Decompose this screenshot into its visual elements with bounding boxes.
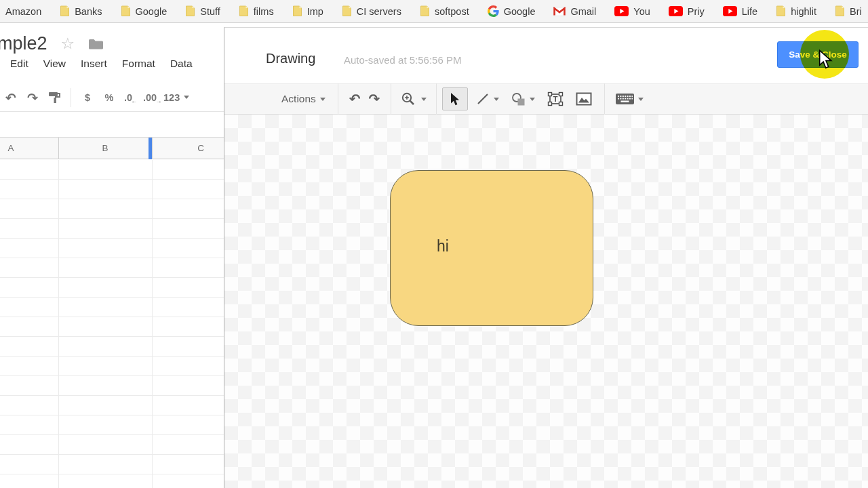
decrease-decimal-button[interactable]: .0←	[120, 87, 142, 108]
folder-icon	[60, 5, 70, 17]
arrow-left-icon: ←	[131, 97, 138, 104]
currency-icon: $	[85, 92, 90, 103]
line-tool-button[interactable]	[472, 87, 503, 110]
drawing-dialog: Drawing Auto-saved at 5:56:56 PM Save & …	[224, 27, 868, 488]
drawing-canvas[interactable]: hi	[224, 115, 868, 488]
arrow-right-icon: →	[155, 97, 162, 104]
zoom-magnifier-icon	[401, 92, 417, 106]
sheet-grid[interactable]	[0, 160, 224, 488]
redo-button[interactable]: ↷	[365, 87, 384, 110]
actions-menu-button[interactable]: Actions	[277, 87, 330, 110]
bookmark-google-folder[interactable]: Google	[121, 5, 167, 17]
bookmark-label: Stuff	[200, 6, 220, 17]
google-icon	[488, 5, 499, 17]
dialog-title: Drawing	[266, 51, 315, 66]
bookmark-label: CI servers	[357, 6, 401, 17]
menu-view[interactable]: View	[43, 58, 66, 70]
bookmark-label: Bri	[850, 6, 862, 17]
insert-image-button[interactable]	[572, 87, 596, 110]
undo-button[interactable]: ↶	[345, 87, 365, 110]
bookmark-films[interactable]: films	[239, 5, 274, 17]
spreadsheet-title[interactable]: mple2	[0, 33, 47, 54]
bookmark-ci-servers[interactable]: CI servers	[342, 5, 401, 17]
bookmark-gmail[interactable]: Gmail	[553, 6, 596, 17]
increase-decimal-button[interactable]: .00→	[142, 87, 163, 108]
youtube-icon	[614, 6, 629, 16]
bookmark-banks[interactable]: Banks	[60, 5, 102, 17]
chevron-down-icon	[421, 98, 427, 101]
drawing-toolbar: Actions ↶ ↷	[224, 83, 868, 115]
bookmark-softpost[interactable]: softpost	[420, 5, 469, 17]
youtube-icon	[723, 6, 737, 16]
bookmark-highlit[interactable]: highlit	[776, 5, 816, 17]
text-box-icon: T	[547, 92, 564, 106]
image-icon	[576, 92, 592, 106]
youtube-icon	[669, 6, 683, 16]
format-currency-button[interactable]: $	[77, 87, 98, 108]
bookmark-label: softpost	[435, 6, 469, 17]
shape-icon	[511, 92, 526, 106]
folder-icon	[121, 5, 131, 17]
save-and-close-button[interactable]: Save & Close	[777, 41, 859, 68]
keyboard-icon	[616, 94, 634, 104]
shape-tool-button[interactable]	[507, 87, 539, 110]
bookmark-life[interactable]: Life	[723, 6, 757, 17]
zoom-tool-button[interactable]	[397, 87, 431, 110]
redo-icon: ↷	[27, 90, 38, 105]
column-header-b[interactable]: B	[102, 143, 108, 153]
column-selection-indicator	[149, 138, 152, 159]
paint-format-button[interactable]	[43, 87, 65, 108]
column-header-row: A B C	[0, 137, 224, 159]
bookmark-label: Banks	[75, 6, 102, 17]
toolbar-separator	[391, 83, 391, 115]
star-icon[interactable]: ☆	[61, 36, 75, 52]
paint-roller-icon	[48, 91, 61, 104]
spreadsheet-panel: mple2 ☆ Edit View Insert Format Data ↶ ↷…	[0, 24, 224, 488]
undo-button[interactable]: ↶	[0, 87, 22, 108]
rounded-rectangle-shape[interactable]: hi	[390, 170, 593, 326]
bookmark-label: Amazon	[5, 6, 41, 17]
column-header-a[interactable]: A	[7, 143, 14, 153]
svg-text:T: T	[553, 95, 558, 103]
bookmark-label: You	[633, 6, 650, 17]
gridline-vertical	[152, 160, 153, 488]
folder-icon	[292, 5, 302, 17]
column-divider[interactable]	[58, 138, 59, 159]
chevron-down-icon	[638, 98, 644, 101]
undo-icon: ↶	[349, 91, 361, 107]
menu-edit[interactable]: Edit	[10, 58, 28, 70]
shape-text[interactable]: hi	[437, 237, 449, 256]
more-formats-button[interactable]: 123	[163, 87, 189, 108]
bookmark-amazon[interactable]: Amazon	[5, 6, 41, 17]
menu-format[interactable]: Format	[122, 58, 155, 70]
bookmark-bri[interactable]: Bri	[835, 5, 862, 17]
menu-insert[interactable]: Insert	[81, 58, 107, 70]
percent-icon: %	[105, 92, 114, 103]
menu-data[interactable]: Data	[170, 58, 193, 70]
bookmark-priy[interactable]: Priy	[669, 6, 705, 17]
text-box-tool-button[interactable]: T	[543, 87, 568, 110]
bookmark-label: Google	[136, 6, 167, 17]
keyboard-input-button[interactable]	[612, 87, 648, 110]
bookmark-imp[interactable]: Imp	[292, 5, 323, 17]
actions-label: Actions	[281, 93, 316, 105]
toolbar-separator	[604, 83, 605, 115]
chevron-down-icon	[320, 98, 326, 101]
sheet-toolbar: ↶ ↷ $ % .0← .00→ 123	[0, 83, 224, 112]
bookmark-stuff[interactable]: Stuff	[185, 5, 220, 17]
column-divider[interactable]	[152, 138, 153, 159]
chevron-down-icon	[184, 96, 189, 99]
gridline-vertical	[58, 160, 59, 488]
column-header-c[interactable]: C	[197, 143, 204, 153]
bookmark-label: Gmail	[570, 6, 596, 17]
bookmark-label: Imp	[307, 6, 323, 17]
format-percent-button[interactable]: %	[98, 87, 120, 108]
bookmark-you[interactable]: You	[614, 6, 650, 17]
more-formats-label: 123	[163, 92, 180, 103]
screen: Amazon Banks Google Stuff films Imp CI s…	[0, 0, 868, 488]
move-to-folder-icon[interactable]	[88, 38, 104, 49]
select-tool-button[interactable]	[442, 87, 468, 110]
redo-button[interactable]: ↷	[22, 87, 43, 108]
chevron-down-icon	[530, 98, 535, 101]
bookmark-google[interactable]: Google	[488, 5, 536, 17]
